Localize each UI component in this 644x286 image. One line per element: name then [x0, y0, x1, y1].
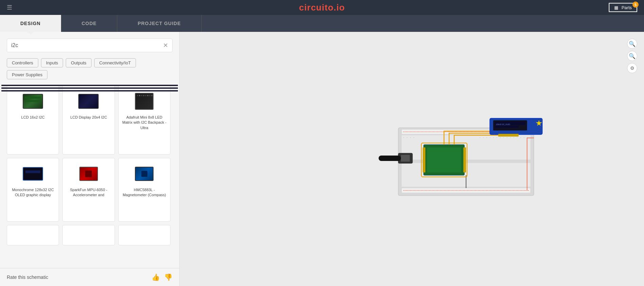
part-card-sparkfun-mpu[interactable]: SparkFun MPU-6050 - Accelerometer and	[62, 158, 115, 222]
zoom-controls: 🔍 🔍 ⚙	[627, 39, 637, 73]
svg-rect-28	[490, 137, 490, 138]
search-input[interactable]	[11, 42, 163, 48]
thumbs-down-button[interactable]: 👎	[164, 273, 173, 281]
part-card-led-matrix[interactable]: Adafruit Mini 8x8 LED Matrix with I2C Ba…	[118, 85, 170, 155]
svg-rect-32	[503, 137, 504, 138]
svg-rect-36	[517, 137, 518, 138]
part-label-lcd-20x4: LCD Display 20x4 I2C	[70, 115, 107, 120]
logo-text: circuito	[299, 2, 334, 13]
lcd-green-icon	[23, 94, 43, 109]
part-image-lcd-16x2	[19, 91, 46, 111]
menu-icon[interactable]: ☰	[7, 4, 12, 11]
logo-end: io	[337, 2, 345, 13]
svg-rect-12	[463, 147, 466, 172]
tab-project-guide[interactable]: PROJECT GUIDE	[117, 15, 201, 32]
filter-buttons: Controllers Inputs Outputs Connectivity/…	[0, 56, 179, 82]
red-module-icon	[79, 167, 98, 181]
main-content: ✕ Controllers Inputs Outputs Connectivit…	[0, 32, 644, 286]
part-label-hmc5883l: HMC5883L - Magnetometer (Compass)	[122, 187, 167, 198]
parts-grid-container: LCD 16x2 I2C LCD Display 20x4 I2C	[0, 82, 179, 268]
part-image-oled	[19, 164, 46, 184]
logo: circuito.io	[299, 2, 345, 13]
part-image-led-matrix	[131, 91, 158, 111]
svg-rect-21	[403, 137, 404, 138]
rate-label: Rate this schematic	[7, 274, 48, 280]
svg-rect-30	[497, 137, 497, 138]
parts-button[interactable]: ▦ Parts 5	[609, 3, 637, 12]
canvas-area[interactable]: 🔍 🔍 ⚙	[180, 32, 644, 286]
parts-icon: ▦	[614, 5, 618, 10]
thumbs-up-button[interactable]: 👍	[152, 273, 160, 281]
svg-rect-35	[514, 137, 514, 138]
partial-card-2[interactable]	[62, 225, 115, 245]
tab-design-label: DESIGN	[20, 21, 41, 26]
circuit-area: // Will be done with rect patterns	[378, 111, 547, 207]
svg-rect-19	[498, 134, 519, 137]
filter-outputs[interactable]: Outputs	[66, 58, 92, 67]
part-label-oled: Monochrome 128x32 I2C OLED graphic displ…	[11, 187, 55, 198]
partial-card-3[interactable]	[118, 225, 170, 245]
filter-power[interactable]: Power Supplies	[7, 70, 47, 79]
svg-rect-39	[527, 137, 528, 138]
svg-rect-8	[427, 147, 461, 172]
svg-rect-26	[483, 137, 484, 138]
svg-text:128x32 I2C_OLED: 128x32 I2C_OLED	[496, 123, 510, 125]
zoom-out-button[interactable]: 🔍	[627, 51, 637, 61]
svg-rect-25	[480, 137, 480, 138]
tab-design[interactable]: DESIGN	[0, 15, 61, 32]
part-label-lcd-16x2: LCD 16x2 I2C	[21, 115, 45, 120]
rate-buttons: 👍 👎	[152, 273, 173, 281]
svg-rect-10	[401, 155, 410, 162]
zoom-in-button[interactable]: 🔍	[627, 39, 637, 49]
led-matrix-icon	[135, 93, 154, 110]
part-label-led-matrix: Adafruit Mini 8x8 LED Matrix with I2C Ba…	[122, 115, 167, 130]
part-card-oled[interactable]: Monochrome 128x32 I2C OLED graphic displ…	[7, 158, 59, 222]
svg-rect-37	[520, 137, 521, 138]
search-box: ✕	[7, 39, 173, 52]
partial-card-1[interactable]	[7, 225, 59, 245]
tab-code[interactable]: CODE	[61, 15, 117, 32]
svg-rect-33	[507, 137, 507, 138]
rate-section: Rate this schematic 👍 👎	[0, 268, 179, 286]
blue-module-icon	[135, 167, 154, 181]
svg-rect-16	[495, 126, 519, 128]
lcd-blue-icon	[78, 94, 99, 109]
svg-rect-38	[524, 137, 524, 138]
filter-controllers[interactable]: Controllers	[7, 58, 38, 67]
circuit-svg: // Will be done with rect patterns	[378, 111, 547, 206]
svg-rect-34	[510, 137, 511, 138]
part-image-hmc5883l	[131, 164, 158, 184]
filter-connectivity[interactable]: Connectivity/IoT	[94, 58, 136, 67]
svg-rect-22	[407, 137, 407, 138]
oled-icon	[23, 167, 43, 181]
parts-grid: LCD 16x2 I2C LCD Display 20x4 I2C	[7, 85, 173, 265]
tab-bar: DESIGN CODE PROJECT GUIDE	[0, 15, 644, 32]
svg-rect-27	[486, 137, 487, 138]
part-card-lcd-16x2[interactable]: LCD 16x2 I2C	[7, 85, 59, 155]
svg-rect-31	[500, 137, 501, 138]
part-card-lcd-20x4[interactable]: LCD Display 20x4 I2C	[62, 85, 115, 155]
part-image-sparkfun	[75, 164, 102, 184]
left-panel: ✕ Controllers Inputs Outputs Connectivit…	[0, 32, 180, 286]
settings-button[interactable]: ⚙	[627, 63, 637, 73]
svg-rect-23	[410, 137, 411, 138]
top-navigation: ☰ circuito.io ▦ Parts 5	[0, 0, 644, 15]
part-image-lcd-20x4	[75, 91, 102, 111]
parts-label: Parts	[622, 5, 632, 10]
svg-rect-29	[493, 137, 494, 138]
logo-dot: .	[334, 2, 336, 13]
svg-rect-11	[423, 147, 425, 172]
tab-project-guide-label: PROJECT GUIDE	[138, 21, 181, 26]
part-label-sparkfun: SparkFun MPU-6050 - Accelerometer and	[66, 187, 111, 198]
part-card-hmc5883l[interactable]: HMC5883L - Magnetometer (Compass)	[118, 158, 170, 222]
tab-code-label: CODE	[82, 21, 97, 26]
parts-badge: 5	[632, 2, 639, 8]
svg-rect-24	[414, 137, 414, 138]
close-icon[interactable]: ✕	[163, 42, 168, 49]
filter-inputs[interactable]: Inputs	[41, 58, 63, 67]
